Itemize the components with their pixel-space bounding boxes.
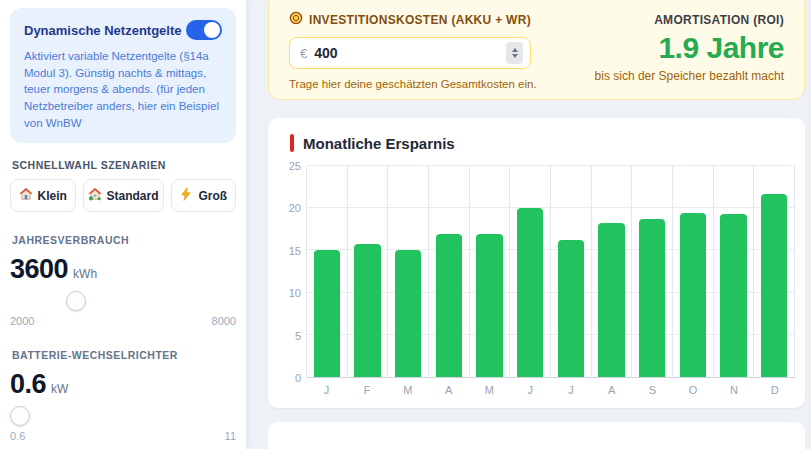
x-tick-label: J [551, 384, 592, 396]
chart-column [714, 166, 755, 377]
roi-value: 1.9 Jahre [595, 31, 784, 65]
chart-column [632, 166, 673, 377]
slider-max-label: 11 [225, 430, 236, 442]
scenario-button-klein[interactable]: Klein [10, 179, 76, 212]
chart-bar [680, 213, 706, 377]
chart-column [754, 166, 795, 377]
battery-inverter-value: 0.6 [10, 369, 46, 400]
chart-title-accent [290, 134, 294, 152]
x-tick-label: S [632, 384, 673, 396]
investment-block: INVESTITIONSKOSTEN (AKKU + WR) € Trage h… [289, 11, 537, 85]
y-tick-label: 20 [289, 202, 301, 214]
scenario-buttons: Klein Standard Groß [10, 179, 236, 212]
chart-bar [476, 234, 502, 377]
lightning-icon [179, 187, 193, 204]
spinner-down-icon[interactable] [512, 54, 518, 58]
chart-bar [720, 214, 746, 377]
investment-panel: INVESTITIONSKOSTEN (AKKU + WR) € Trage h… [268, 0, 805, 100]
chart-column [348, 166, 389, 377]
x-tick-label: F [347, 384, 388, 396]
chart-bar [517, 208, 543, 377]
annual-consumption-value: 3600 [10, 254, 68, 285]
y-tick-label: 25 [289, 160, 301, 172]
sidebar: Dynamische Netzentgelte Aktiviert variab… [0, 0, 246, 449]
investment-input-wrap: € [289, 37, 531, 69]
annual-consumption-label: JAHRESVERBRAUCH [12, 234, 234, 246]
annual-consumption-unit: kWh [73, 267, 97, 281]
y-tick-label: 15 [289, 245, 301, 257]
dynamic-fees-title: Dynamische Netzentgelte [24, 23, 182, 38]
scenarios-label: SCHNELLWAHL SZENARIEN [12, 159, 234, 171]
x-tick-label: J [510, 384, 551, 396]
roi-block: AMORTISATION (ROI) 1.9 Jahre bis sich de… [595, 11, 784, 85]
slider-knob[interactable] [10, 406, 30, 426]
roi-caption: bis sich der Speicher bezahlt macht [595, 69, 784, 83]
dynamic-fees-toggle[interactable] [186, 20, 222, 40]
chart-bar [761, 194, 787, 377]
chart-plot [306, 166, 795, 378]
chart-title: Monatliche Ersparnis [303, 135, 455, 152]
battery-inverter-unit: kW [51, 382, 68, 396]
investment-helper-text: Trage hier deine geschätzten Gesamtkoste… [289, 78, 537, 90]
slider-min-label: 2000 [10, 315, 34, 327]
battery-inverter-label: BATTERIE-WECHSELRICHTER [12, 349, 234, 361]
chart-bar [436, 234, 462, 377]
x-tick-label: N [714, 384, 755, 396]
x-tick-label: O [673, 384, 714, 396]
chart-bar [598, 223, 624, 377]
x-tick-label: A [591, 384, 632, 396]
chart-column [673, 166, 714, 377]
spinner-up-icon[interactable] [512, 48, 518, 52]
y-tick-label: 5 [295, 330, 301, 342]
euro-sign: € [300, 46, 307, 61]
chart-bar [558, 240, 584, 377]
chart-bar [354, 244, 380, 377]
chart-column [470, 166, 511, 377]
chart-y-axis: 0510152025 [280, 166, 306, 378]
scenario-button-label: Standard [107, 189, 159, 203]
chart-bar [314, 250, 340, 377]
chart-column [388, 166, 429, 377]
house-garden-icon [88, 187, 102, 204]
slider-max-label: 8000 [212, 315, 236, 327]
slider-min-label: 0.6 [10, 430, 25, 442]
scenario-button-gross[interactable]: Groß [171, 179, 237, 212]
next-card-partial [268, 422, 805, 449]
chart-bar [395, 250, 421, 377]
chart-column [592, 166, 633, 377]
investment-label: INVESTITIONSKOSTEN (AKKU + WR) [309, 13, 531, 27]
dynamic-fees-description: Aktiviert variable Netzentgelte (§14a Mo… [24, 48, 222, 131]
scenario-button-label: Groß [198, 189, 227, 203]
annual-consumption-slider[interactable] [10, 289, 236, 313]
roi-label: AMORTISATION (ROI) [595, 13, 784, 27]
chart-bar [639, 219, 665, 377]
investment-input[interactable] [314, 45, 502, 61]
number-spinner[interactable] [506, 42, 523, 64]
scenario-button-label: Klein [38, 189, 67, 203]
chart-column [510, 166, 551, 377]
house-icon [19, 187, 33, 204]
y-tick-label: 0 [295, 372, 301, 384]
chart-column [307, 166, 348, 377]
slider-knob[interactable] [66, 291, 86, 311]
main-content: INVESTITIONSKOSTEN (AKKU + WR) € Trage h… [246, 0, 811, 449]
x-tick-label: M [388, 384, 429, 396]
chart-column [429, 166, 470, 377]
coin-icon [289, 11, 303, 29]
x-tick-label: M [469, 384, 510, 396]
x-tick-label: J [306, 384, 347, 396]
monthly-savings-chart-card: Monatliche Ersparnis 0510152025 JFMAMJJA… [268, 118, 805, 408]
toggle-knob [204, 22, 220, 38]
x-tick-label: A [428, 384, 469, 396]
y-tick-label: 10 [289, 287, 301, 299]
x-tick-label: D [754, 384, 795, 396]
chart-column [551, 166, 592, 377]
chart-x-axis: JFMAMJJASOND [306, 384, 795, 396]
battery-inverter-slider[interactable] [10, 404, 236, 428]
scenario-button-standard[interactable]: Standard [83, 179, 164, 212]
dynamic-fees-card: Dynamische Netzentgelte Aktiviert variab… [10, 8, 236, 143]
